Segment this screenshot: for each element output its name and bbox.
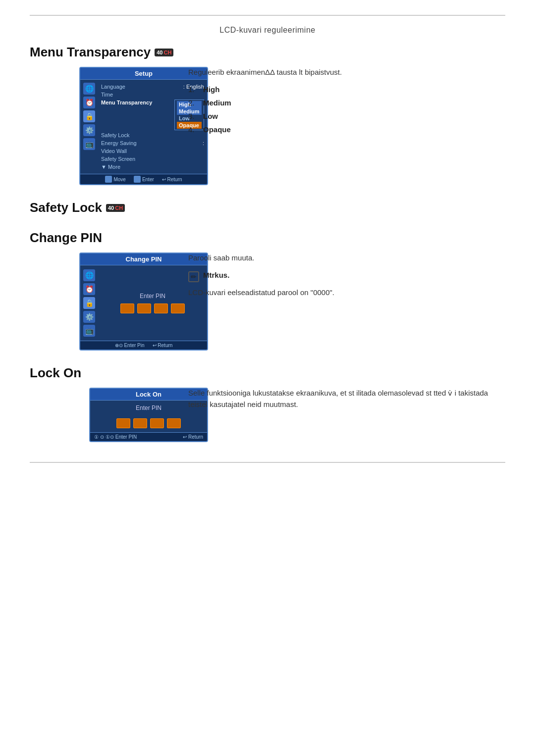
lock-pin-box-1 bbox=[116, 418, 130, 428]
menu-transparency-section: Menu Transparency 40 CH Setup 🌐 ⏰ 🔒 ⚙️ bbox=[30, 45, 505, 185]
pin-box-3 bbox=[154, 303, 168, 313]
note-icon: ✏ bbox=[188, 271, 199, 282]
footer-move: Move bbox=[105, 176, 125, 183]
pin-box-2 bbox=[137, 303, 151, 313]
lock-pin-box-4 bbox=[167, 418, 181, 428]
footer-return: ↩ Return bbox=[162, 176, 182, 183]
page-container: LCD-kuvari reguleerimine Menu Transparen… bbox=[0, 0, 535, 756]
change-pin-screenshot: Change PIN 🌐 ⏰ 🔒 ⚙️ 📺 Enter PIN bbox=[30, 252, 168, 351]
lock-on-pin-label: Enter PIN bbox=[136, 404, 161, 411]
note-text: Mtrkus. bbox=[203, 271, 229, 279]
lock-on-section: Lock On Lock On Enter PIN bbox=[30, 365, 505, 442]
menu-transparency-screenshot: Setup 🌐 ⏰ 🔒 ⚙️ 📺 Language : En bbox=[30, 67, 168, 185]
cp-icon-1: 🌐 bbox=[83, 269, 95, 281]
cp-icon-5: 📺 bbox=[83, 325, 95, 337]
osd-icon-list: 🌐 ⏰ 🔒 ⚙️ 📺 bbox=[83, 83, 98, 171]
menu-transparency-heading: Menu Transparency 40 CH bbox=[30, 45, 505, 60]
osd-icon-2: ⏰ bbox=[83, 97, 95, 108]
osd-icon-4: ⚙️ bbox=[83, 124, 95, 136]
badge-ch: CH bbox=[163, 50, 171, 55]
osd-icon-3: 🔒 bbox=[83, 110, 95, 122]
change-pin-heading: Change PIN bbox=[30, 230, 505, 246]
cp-icon-3: 🔒 bbox=[83, 297, 95, 309]
osd-icon-1: 🌐 bbox=[83, 83, 95, 95]
lock-on-content: Lock On Enter PIN ① ⊙ bbox=[30, 388, 505, 442]
cp-footer-return: ↩ Return bbox=[153, 343, 173, 348]
list-item-4: 4. Opaque bbox=[188, 125, 505, 134]
change-pin-desc2: LCD-kuvari eelseadistatud parool on "000… bbox=[188, 287, 505, 299]
pin-enter-label: Enter PIN bbox=[140, 293, 165, 300]
list-item-1: 1. High bbox=[188, 85, 505, 94]
lock-on-screenshot: Lock On Enter PIN ① ⊙ bbox=[30, 388, 168, 442]
pin-box-1 bbox=[120, 303, 134, 313]
osd-icon-5: 📺 bbox=[83, 138, 95, 150]
change-pin-content: Change PIN 🌐 ⏰ 🔒 ⚙️ 📺 Enter PIN bbox=[30, 252, 505, 351]
lock-on-heading: Lock On bbox=[30, 365, 505, 381]
list-item-3: 3. Low bbox=[188, 112, 505, 120]
menu-transparency-content: Setup 🌐 ⏰ 🔒 ⚙️ 📺 Language : En bbox=[30, 67, 505, 185]
safety-lock-section: Safety Lock 40 CH bbox=[30, 200, 505, 215]
lock-on-pin-boxes bbox=[116, 418, 181, 428]
cp-icon-2: ⏰ bbox=[83, 283, 95, 295]
pin-box-4 bbox=[171, 303, 185, 313]
change-pin-section: Change PIN Change PIN 🌐 ⏰ 🔒 ⚙️ 📺 bbox=[30, 230, 505, 351]
change-pin-note: ✏ Mtrkus. bbox=[188, 271, 505, 282]
menu-transparency-desc: Reguleerib ekraanimenΔΔ tausta lt bipais… bbox=[188, 67, 505, 78]
sl-badge-ch: CH bbox=[115, 205, 123, 211]
lock-pin-box-2 bbox=[133, 418, 147, 428]
safety-lock-heading: Safety Lock 40 CH bbox=[30, 200, 505, 215]
enter-icon bbox=[134, 176, 141, 183]
lock-pin-box-3 bbox=[150, 418, 164, 428]
lock-on-description: Selle funktsiooniga lukustatakse ekraani… bbox=[188, 388, 505, 442]
list-item-2: 2. Medium bbox=[188, 99, 505, 107]
cp-icon-4: ⚙️ bbox=[83, 311, 95, 323]
badge-40: 40 bbox=[157, 50, 162, 55]
change-pin-desc1: Parooli saab muuta. bbox=[188, 252, 505, 264]
footer-enter: Enter bbox=[134, 176, 154, 183]
change-pin-description: Parooli saab muuta. ✏ Mtrkus. LCD-kuvari… bbox=[188, 252, 505, 351]
cp-footer-enter: ⊕⊙ Enter Pin bbox=[115, 343, 145, 348]
page-title: LCD-kuvari reguleerimine bbox=[30, 26, 505, 35]
menu-transparency-description: Reguleerib ekraanimenΔΔ tausta lt bipais… bbox=[188, 67, 505, 185]
lock-footer-left: ① ⊙ ①⊙ Enter PIN bbox=[94, 434, 137, 440]
sl-badge-40: 40 bbox=[108, 205, 114, 211]
top-divider bbox=[30, 15, 505, 16]
safety-lock-badge: 40 CH bbox=[106, 204, 125, 212]
lock-on-desc: Selle funktsiooniga lukustatakse ekraani… bbox=[188, 388, 505, 410]
menu-transparency-badge: 40 CH bbox=[155, 49, 173, 56]
move-icon bbox=[105, 176, 112, 183]
change-pin-icon-list: 🌐 ⏰ 🔒 ⚙️ 📺 bbox=[83, 269, 98, 337]
pin-boxes bbox=[120, 303, 185, 313]
bottom-divider bbox=[30, 462, 505, 463]
